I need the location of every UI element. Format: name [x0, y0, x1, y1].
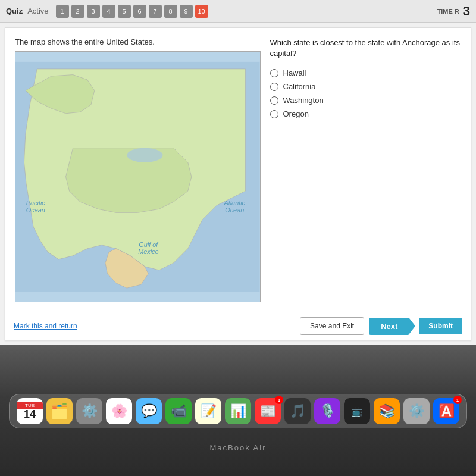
q-num-8[interactable]: 8 [164, 5, 177, 18]
save-exit-button[interactable]: Save and Exit [300, 317, 364, 335]
dock-settings-icon[interactable]: ⚙️ [403, 398, 430, 424]
dock-photos-icon[interactable]: 🌸 [106, 398, 132, 424]
option-label-washington: Washington [283, 96, 324, 105]
dock-calendar-icon[interactable]: TUE 14 [17, 398, 43, 424]
timer-value: 3 [463, 4, 470, 19]
timer-label: TIME R [437, 8, 459, 15]
option-washington[interactable]: Washington [270, 96, 462, 105]
dock-news-icon[interactable]: 📰 1 [255, 398, 281, 424]
mark-return-link[interactable]: Mark this and return [14, 322, 77, 330]
dock-finder-icon[interactable]: 🗂️ [46, 398, 73, 424]
q-num-10[interactable]: 10 [195, 5, 208, 18]
svg-text:Ocean: Ocean [225, 206, 244, 214]
news-badge: 1 [275, 396, 283, 404]
map-description: The map shows the entire United States. [15, 37, 261, 46]
dock-music-icon[interactable]: 🎵 [284, 398, 311, 424]
svg-text:Pacific: Pacific [26, 199, 46, 206]
dock-appstore-icon[interactable]: 🅰️ 1 [433, 398, 459, 424]
svg-text:Mexico: Mexico [138, 248, 158, 255]
q-num-5[interactable]: 5 [118, 5, 131, 18]
active-label: Active [27, 7, 48, 15]
svg-text:Gulf of: Gulf of [139, 241, 158, 248]
dock-books-icon[interactable]: 📚 [374, 398, 400, 424]
dock-appletv-icon[interactable]: 📺 [344, 398, 370, 424]
dock-facetime-icon[interactable]: 📹 [165, 398, 192, 424]
quiz-label: Quiz [6, 7, 23, 15]
option-oregon[interactable]: Oregon [270, 109, 462, 118]
svg-text:Ocean: Ocean [26, 206, 45, 214]
dock-area: TUE 14 🗂️ ⚙️ 🌸 💬 📹 📝 📊 📰 1 🎵 🎙️ 📺 📚 ⚙️ [0, 345, 476, 476]
q-num-6[interactable]: 6 [133, 5, 146, 18]
radio-oregon[interactable] [270, 110, 278, 118]
appstore-badge: 1 [453, 396, 462, 404]
dock-messages-icon[interactable]: 💬 [136, 398, 162, 424]
dock-system-icon[interactable]: ⚙️ [76, 398, 102, 424]
radio-hawaii[interactable] [270, 69, 278, 77]
q-num-3[interactable]: 3 [87, 5, 100, 18]
macbook-label: MacBook Air [210, 443, 267, 452]
dock-podcasts-icon[interactable]: 🎙️ [314, 398, 340, 424]
timer-area: TIME R 3 [437, 4, 470, 19]
action-buttons: Save and Exit Next Submit [300, 317, 462, 335]
q-num-7[interactable]: 7 [149, 5, 162, 18]
next-button[interactable]: Next [369, 318, 409, 335]
option-hawaii[interactable]: Hawaii [270, 68, 462, 77]
dock-numbers-icon[interactable]: 📊 [225, 398, 251, 424]
option-california[interactable]: California [270, 82, 462, 91]
svg-point-1 [127, 148, 162, 162]
q-num-4[interactable]: 4 [102, 5, 115, 18]
option-label-california: California [283, 82, 316, 91]
bottom-bar: Mark this and return Save and Exit Next … [5, 312, 471, 340]
answer-options: Hawaii California Washington Oregon [270, 68, 462, 118]
map-section: The map shows the entire United States. [15, 37, 261, 302]
q-num-9[interactable]: 9 [180, 5, 193, 18]
svg-text:Atlantic: Atlantic [223, 199, 245, 206]
question-numbers: 1 2 3 4 5 6 7 8 9 10 [56, 5, 208, 18]
dock-bar: TUE 14 🗂️ ⚙️ 🌸 💬 📹 📝 📊 📰 1 🎵 🎙️ 📺 📚 ⚙️ [9, 394, 467, 428]
submit-button[interactable]: Submit [419, 318, 462, 334]
question-section: Which state is closest to the state with… [270, 37, 462, 302]
option-label-oregon: Oregon [283, 109, 309, 118]
map-container: Pacific Ocean Atlantic Ocean Gulf of Mex… [15, 51, 261, 302]
q-num-2[interactable]: 2 [71, 5, 84, 18]
radio-california[interactable] [270, 83, 278, 91]
option-label-hawaii: Hawaii [283, 68, 306, 77]
radio-washington[interactable] [270, 96, 278, 105]
dock-notes-icon[interactable]: 📝 [195, 398, 221, 424]
q-num-1[interactable]: 1 [56, 5, 69, 18]
question-text: Which state is closest to the state with… [270, 37, 462, 59]
